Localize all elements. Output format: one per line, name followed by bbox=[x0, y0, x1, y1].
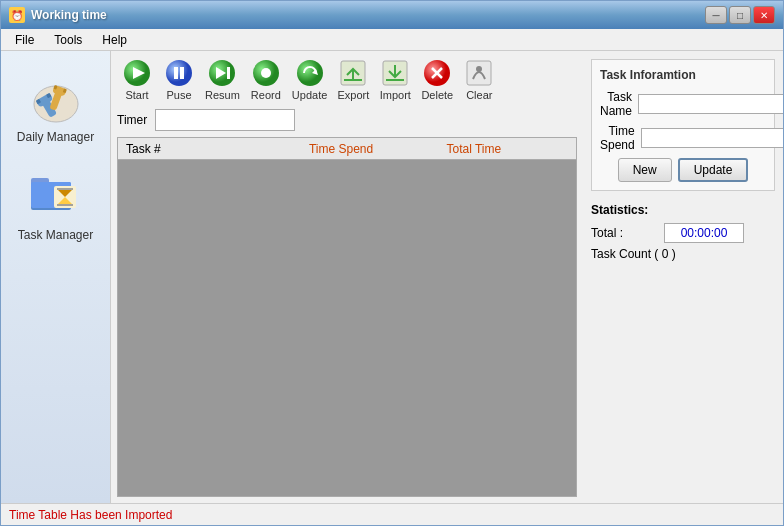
toolbar: Start Puse Resum Reord bbox=[117, 57, 577, 103]
total-row: Total : 00:00:00 bbox=[591, 223, 775, 243]
update-toolbar-label: Update bbox=[292, 89, 327, 101]
table-header: Task # Time Spend Total Time bbox=[118, 138, 576, 160]
svg-point-19 bbox=[166, 60, 192, 86]
status-message: Time Table Has been Imported bbox=[9, 508, 172, 522]
clear-label: Clear bbox=[466, 89, 492, 101]
main-window: ⏰ Working time ─ □ ✕ File Tools Help bbox=[0, 0, 784, 526]
timer-input[interactable] bbox=[155, 109, 295, 131]
col-header-time-spend: Time Spend bbox=[301, 140, 439, 158]
minimize-button[interactable]: ─ bbox=[705, 6, 727, 24]
resume-button[interactable]: Resum bbox=[201, 57, 244, 103]
sidebar-item-daily-manager[interactable]: Daily Manager bbox=[6, 61, 106, 149]
new-button[interactable]: New bbox=[618, 158, 672, 182]
timer-row: Timer bbox=[117, 109, 577, 131]
delete-label: Delete bbox=[421, 89, 453, 101]
status-bar: Time Table Has been Imported bbox=[1, 503, 783, 525]
svg-rect-20 bbox=[174, 67, 178, 79]
task-info-section: Task Inforamtion Task Name Time Spend Ne… bbox=[591, 59, 775, 191]
task-manager-icon bbox=[26, 164, 86, 224]
timer-label: Timer bbox=[117, 113, 147, 127]
import-label: Import bbox=[380, 89, 411, 101]
svg-rect-31 bbox=[344, 79, 362, 81]
svg-point-39 bbox=[476, 66, 482, 72]
delete-button[interactable]: Delete bbox=[417, 57, 457, 103]
col-header-total-time: Total Time bbox=[438, 140, 576, 158]
svg-rect-34 bbox=[386, 79, 404, 81]
update-button[interactable]: Update bbox=[678, 158, 749, 182]
table-body bbox=[118, 160, 576, 496]
title-bar: ⏰ Working time ─ □ ✕ bbox=[1, 1, 783, 29]
menu-bar: File Tools Help bbox=[1, 29, 783, 51]
svg-rect-24 bbox=[227, 67, 230, 79]
window-controls: ─ □ ✕ bbox=[705, 6, 775, 24]
col-header-task: Task # bbox=[118, 140, 301, 158]
menu-tools[interactable]: Tools bbox=[44, 31, 92, 49]
task-name-input[interactable] bbox=[638, 94, 783, 114]
time-spend-row: Time Spend bbox=[600, 124, 766, 152]
import-button[interactable]: Import bbox=[375, 57, 415, 103]
time-spend-label: Time Spend bbox=[600, 124, 635, 152]
total-label: Total : bbox=[591, 226, 656, 240]
time-spend-input[interactable] bbox=[641, 128, 783, 148]
statistics-section: Statistics: Total : 00:00:00 Task Count … bbox=[591, 199, 775, 269]
record-button[interactable]: Reord bbox=[246, 57, 286, 103]
right-panel: Task Inforamtion Task Name Time Spend Ne… bbox=[583, 51, 783, 503]
total-value: 00:00:00 bbox=[664, 223, 744, 243]
task-table[interactable]: Task # Time Spend Total Time bbox=[117, 137, 577, 497]
task-info-title: Task Inforamtion bbox=[600, 68, 766, 82]
export-label: Export bbox=[337, 89, 369, 101]
export-button[interactable]: Export bbox=[333, 57, 373, 103]
task-count-label: Task Count ( 0 ) bbox=[591, 247, 676, 261]
clear-button[interactable]: Clear bbox=[459, 57, 499, 103]
svg-point-27 bbox=[297, 60, 323, 86]
task-count-row: Task Count ( 0 ) bbox=[591, 247, 775, 261]
sidebar-item-task-manager[interactable]: Task Manager bbox=[6, 159, 106, 247]
menu-help[interactable]: Help bbox=[92, 31, 137, 49]
window-title: Working time bbox=[31, 8, 699, 22]
update-toolbar-button[interactable]: Update bbox=[288, 57, 331, 103]
task-manager-label: Task Manager bbox=[18, 228, 93, 242]
statistics-title: Statistics: bbox=[591, 203, 775, 217]
main-panel: Start Puse Resum Reord bbox=[111, 51, 583, 503]
svg-point-26 bbox=[261, 68, 271, 78]
daily-manager-label: Daily Manager bbox=[17, 130, 94, 144]
task-name-label: Task Name bbox=[600, 90, 632, 118]
content-area: Daily Manager Task Manager bbox=[1, 51, 783, 503]
start-button[interactable]: Start bbox=[117, 57, 157, 103]
svg-rect-21 bbox=[180, 67, 184, 79]
resume-label: Resum bbox=[205, 89, 240, 101]
menu-file[interactable]: File bbox=[5, 31, 44, 49]
sidebar: Daily Manager Task Manager bbox=[1, 51, 111, 503]
window-icon: ⏰ bbox=[9, 7, 25, 23]
maximize-button[interactable]: □ bbox=[729, 6, 751, 24]
task-name-row: Task Name bbox=[600, 90, 766, 118]
pause-label: Puse bbox=[166, 89, 191, 101]
action-buttons: New Update bbox=[600, 158, 766, 182]
daily-manager-icon bbox=[26, 66, 86, 126]
record-label: Reord bbox=[251, 89, 281, 101]
start-label: Start bbox=[125, 89, 148, 101]
pause-button[interactable]: Puse bbox=[159, 57, 199, 103]
close-button[interactable]: ✕ bbox=[753, 6, 775, 24]
